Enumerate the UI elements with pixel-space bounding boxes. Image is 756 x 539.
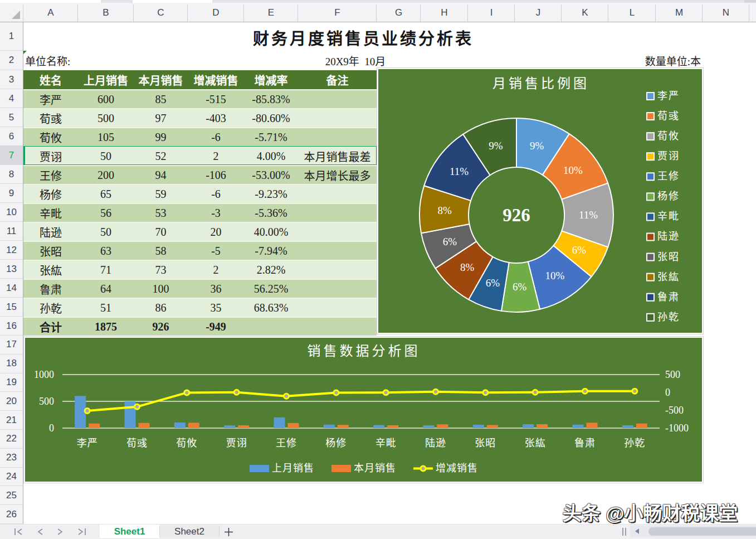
table-cell[interactable]: -106 <box>188 165 244 184</box>
table-cell[interactable]: 500 <box>78 108 134 127</box>
row-header-22[interactable]: 22 <box>0 430 23 449</box>
bar-本月销售-陆逊[interactable] <box>437 424 448 428</box>
table-cell[interactable]: -53.00% <box>244 165 298 184</box>
table-cell[interactable]: 贾诩 <box>23 146 78 165</box>
bar-上月销售-鲁肃[interactable] <box>573 425 584 428</box>
column-header-H[interactable]: H <box>421 3 468 22</box>
row-header-15[interactable]: 15 <box>0 298 23 317</box>
table-cell[interactable]: 99 <box>134 127 188 146</box>
row-header-12[interactable]: 12 <box>0 241 23 260</box>
table-cell[interactable]: 85 <box>134 89 188 108</box>
row-header-25[interactable]: 25 <box>0 486 23 505</box>
table-cell[interactable]: 鲁肃 <box>23 279 78 298</box>
column-header-I[interactable]: I <box>468 3 515 22</box>
horizontal-scrollbar[interactable] <box>630 526 756 537</box>
column-header-K[interactable]: K <box>562 3 608 22</box>
table-cell[interactable] <box>298 317 377 336</box>
table-cell[interactable]: -6 <box>188 184 244 203</box>
table-cell[interactable]: 杨修 <box>23 184 78 203</box>
table-cell[interactable]: -7.94% <box>244 241 298 260</box>
table-cell[interactable]: 本月销售最差 <box>298 146 377 165</box>
line-marker-张紘[interactable] <box>533 390 538 395</box>
table-header-cell[interactable]: 增减率 <box>244 70 298 89</box>
table-cell[interactable]: 张紘 <box>23 260 78 279</box>
row-header-7[interactable]: 7 <box>0 146 23 165</box>
table-cell[interactable]: -5.71% <box>244 127 298 146</box>
bar-本月销售-王修[interactable] <box>288 423 299 428</box>
bar-本月销售-辛毗[interactable] <box>387 425 398 428</box>
column-header-A[interactable]: A <box>23 3 78 22</box>
bar-本月销售-张紘[interactable] <box>536 424 548 428</box>
row-header-20[interactable]: 20 <box>0 392 23 411</box>
pie-legend-item[interactable]: 张紘 <box>647 271 680 283</box>
column-header-B[interactable]: B <box>78 3 134 22</box>
column-header-L[interactable]: L <box>608 3 656 22</box>
column-header-E[interactable]: E <box>244 3 298 22</box>
table-cell[interactable]: 58 <box>134 241 188 260</box>
table-cell[interactable]: 1875 <box>78 317 134 336</box>
table-cell[interactable]: 200 <box>78 165 134 184</box>
table-cell[interactable] <box>298 108 377 127</box>
column-header-C[interactable]: C <box>134 3 188 22</box>
table-cell[interactable]: 59 <box>134 184 188 203</box>
table-cell[interactable]: 65 <box>78 184 134 203</box>
bar-本月销售-杨修[interactable] <box>338 425 349 428</box>
table-cell[interactable]: 68.63% <box>244 298 298 317</box>
pie-legend-item[interactable]: 孙乾 <box>647 312 680 323</box>
table-header-cell[interactable]: 上月销售 <box>78 70 134 89</box>
table-cell[interactable]: 20 <box>188 222 244 241</box>
pie-legend-item[interactable]: 张昭 <box>647 251 680 263</box>
row-header-9[interactable]: 9 <box>0 184 23 203</box>
scrollbar-thumb[interactable] <box>648 527 756 536</box>
table-cell[interactable]: -9.23% <box>244 184 298 203</box>
column-header-D[interactable]: D <box>188 3 244 22</box>
table-cell[interactable]: 2 <box>188 260 244 279</box>
select-all-corner[interactable] <box>0 3 23 22</box>
pie-legend-item[interactable]: 辛毗 <box>647 211 680 222</box>
row-header-6[interactable]: 6 <box>0 127 23 146</box>
pie-legend-item[interactable]: 李严 <box>647 90 680 101</box>
table-cell[interactable]: 97 <box>134 108 188 127</box>
table-cell[interactable]: -85.83% <box>244 89 298 108</box>
bar-本月销售-荀攸[interactable] <box>188 423 199 428</box>
table-cell[interactable]: 荀攸 <box>23 127 78 146</box>
column-header-J[interactable]: J <box>515 3 562 22</box>
table-header-cell[interactable]: 姓名 <box>23 70 78 89</box>
chart-legend-item[interactable]: 本月销售 <box>331 463 396 474</box>
line-marker-陆逊[interactable] <box>433 389 438 394</box>
table-cell[interactable]: 陆逊 <box>23 222 78 241</box>
table-cell[interactable]: 70 <box>134 222 188 241</box>
table-header-cell[interactable]: 本月销售 <box>134 70 188 89</box>
table-header-cell[interactable]: 备注 <box>298 70 377 89</box>
table-cell[interactable]: -5 <box>188 241 244 260</box>
bar-上月销售-张紘[interactable] <box>523 424 534 428</box>
bar-上月销售-荀彧[interactable] <box>125 401 136 428</box>
table-cell[interactable] <box>298 241 377 260</box>
pie-legend-item[interactable]: 荀彧 <box>647 110 680 122</box>
row-header-19[interactable]: 19 <box>0 373 23 392</box>
table-cell[interactable]: 35 <box>188 298 244 317</box>
pie-legend-item[interactable]: 王修 <box>647 171 680 182</box>
pie-legend-item[interactable]: 杨修 <box>647 191 680 202</box>
row-header-26[interactable]: 26 <box>0 505 23 524</box>
table-cell[interactable]: 李严 <box>23 89 78 108</box>
table-cell[interactable] <box>298 184 377 203</box>
bar-本月销售-荀彧[interactable] <box>139 423 150 428</box>
table-cell[interactable]: 36 <box>188 279 244 298</box>
bar-上月销售-张昭[interactable] <box>473 425 484 428</box>
table-cell[interactable]: 孙乾 <box>23 298 78 317</box>
table-cell[interactable]: 56.25% <box>244 279 298 298</box>
pie-chart[interactable]: 月销售比例图9%10%11%6%10%6%6%8%6%8%11%9%926李严荀… <box>377 67 704 334</box>
table-cell[interactable]: -949 <box>188 317 244 336</box>
last-sheet-icon[interactable] <box>77 528 86 536</box>
bar-上月销售-陆逊[interactable] <box>423 425 435 428</box>
table-cell[interactable]: 王修 <box>23 165 78 184</box>
tab-sheet1[interactable]: Sheet1 <box>100 525 159 539</box>
row-header-3[interactable]: 3 <box>0 70 23 89</box>
line-marker-杨修[interactable] <box>334 390 339 395</box>
bar-上月销售-杨修[interactable] <box>324 425 335 428</box>
row-header-11[interactable]: 11 <box>0 222 23 241</box>
row-header-4[interactable]: 4 <box>0 89 23 108</box>
row-header-5[interactable]: 5 <box>0 108 23 127</box>
line-marker-荀彧[interactable] <box>135 404 140 409</box>
